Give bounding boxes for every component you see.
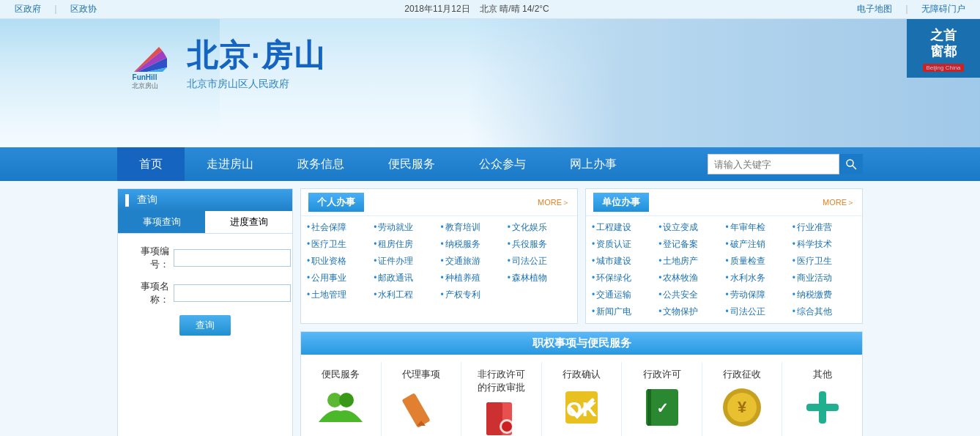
personal-service-item[interactable]: 租房住房	[372, 236, 439, 253]
unit-service-item[interactable]: 水利水务	[724, 270, 791, 287]
bottom-icon-item[interactable]: 便民服务	[301, 362, 382, 436]
weather-text: 北京 晴/晴 14/2°C	[480, 4, 549, 14]
personal-service-grid: 社会保障劳动就业教育培训文化娱乐医疗卫生租房住房纳税服务兵役服务职业资格证件办理…	[301, 216, 577, 306]
unit-service-item[interactable]: 城市建设	[590, 253, 657, 270]
personal-service-item[interactable]: 医疗卫生	[305, 236, 372, 253]
bottom-icon-item[interactable]: 代理事项	[382, 362, 462, 436]
site-title: 北京·房山	[187, 35, 326, 76]
unit-service-item[interactable]: 环保绿化	[590, 270, 657, 287]
personal-service-more[interactable]: MORE＞	[538, 197, 570, 208]
personal-service-item[interactable]: 产权专利	[439, 287, 506, 303]
personal-service-item[interactable]: 交通旅游	[439, 253, 506, 270]
site-subtitle: 北京市房山区人民政府	[187, 78, 326, 91]
field-input-name[interactable]	[174, 284, 291, 302]
unit-service-item[interactable]: 综合其他	[791, 303, 858, 320]
field-label-id: 事项编号：	[125, 245, 169, 271]
site-title-area: 北京·房山 北京市房山区人民政府	[187, 35, 326, 91]
nav-item-gov-info[interactable]: 政务信息	[275, 147, 366, 181]
unit-service-item[interactable]: 质量检查	[724, 253, 791, 270]
nav-item-online[interactable]: 网上办事	[548, 147, 639, 181]
svg-point-29	[339, 393, 354, 407]
query-title: 查询	[137, 193, 157, 207]
personal-service-item[interactable]: 公用事业	[305, 270, 372, 287]
personal-service-item[interactable]: 兵役服务	[506, 236, 573, 253]
unit-service-grid: 工程建设设立变成年审年检行业准营资质认证登记备案破产注销科学技术城市建设土地房产…	[586, 216, 862, 323]
unit-service-item[interactable]: 设立变成	[657, 219, 724, 236]
link-emap[interactable]: 电子地图	[857, 3, 892, 15]
search-button[interactable]	[839, 154, 863, 174]
top-bar: 区政府 ｜ 区政协 2018年11月12日 北京 晴/晴 14/2°C 电子地图…	[0, 0, 980, 19]
query-tab-progress[interactable]: 进度查询	[205, 211, 292, 233]
svg-rect-39	[647, 389, 651, 426]
unit-service-item[interactable]: 公共安全	[657, 287, 724, 303]
date-text: 2018年11月12日	[404, 4, 469, 14]
bottom-header: 职权事项与便民服务	[301, 332, 862, 355]
search-input[interactable]	[708, 154, 839, 174]
personal-service-title: 个人办事	[308, 193, 364, 212]
bottom-icon-label: 其他	[813, 368, 832, 381]
search-icon	[845, 158, 857, 170]
unit-service-item[interactable]: 纳税缴费	[791, 287, 858, 303]
nav-item-intro[interactable]: 走进房山	[185, 147, 275, 181]
unit-service-item[interactable]: 破产注销	[724, 236, 791, 253]
unit-service-item[interactable]: 商业活动	[791, 270, 858, 287]
personal-service-item[interactable]: 证件办理	[372, 253, 439, 270]
link-accessible[interactable]: 无障碍门户	[921, 3, 965, 15]
unit-service-item[interactable]: 工程建设	[590, 219, 657, 236]
unit-service-item[interactable]: 交通运输	[590, 287, 657, 303]
query-panel: ▌ 查询 事项查询 进度查询 事项编号： 事项名称： 查询	[117, 188, 293, 436]
personal-service-item[interactable]: 纳税服务	[439, 236, 506, 253]
logo-area: FunHill 北京房山 北京·房山 北京市房山区人民政府	[117, 34, 326, 92]
nav-item-home[interactable]: 首页	[117, 147, 185, 181]
unit-service-item[interactable]: 劳动保障	[724, 287, 791, 303]
unit-service-item[interactable]: 科学技术	[791, 236, 858, 253]
bottom-icon-image: ¥	[720, 385, 764, 432]
personal-service-item[interactable]: 土地管理	[305, 287, 372, 303]
svg-rect-30	[401, 393, 430, 428]
personal-service-item[interactable]: 社会保障	[305, 219, 372, 236]
query-tab-matters[interactable]: 事项查询	[118, 211, 205, 233]
unit-service-item[interactable]: 司法公正	[724, 303, 791, 320]
nav-bar: 首页 走进房山 政务信息 便民服务 公众参与 网上办事	[0, 147, 980, 181]
unit-service-item[interactable]: 农林牧渔	[657, 270, 724, 287]
personal-service-item[interactable]: 水利工程	[372, 287, 439, 303]
bottom-icon-item[interactable]: 非行政许可 的行政审批	[461, 362, 542, 436]
unit-service-item[interactable]: 土地房产	[657, 253, 724, 270]
bottom-icon-item[interactable]: 行政征收¥	[702, 362, 783, 436]
service-row: 个人办事 MORE＞ 社会保障劳动就业教育培训文化娱乐医疗卫生租房住房纳税服务兵…	[300, 188, 863, 324]
personal-service-item[interactable]: 邮政通讯	[372, 270, 439, 287]
query-form: 事项编号： 事项名称： 查询	[118, 234, 292, 347]
unit-service-item[interactable]: 医疗卫生	[791, 253, 858, 270]
corner-stamp-zh2: 窗都	[930, 44, 957, 60]
link-district-cppcc[interactable]: 区政协	[70, 3, 97, 15]
link-district-gov[interactable]: 区政府	[15, 3, 41, 15]
unit-service-item[interactable]: 资质认证	[590, 236, 657, 253]
bottom-icon-item[interactable]: 其他	[782, 362, 862, 436]
unit-service-item[interactable]: 年审年检	[724, 219, 791, 236]
funhill-fan-icon	[123, 35, 167, 72]
personal-service-item[interactable]: 种植养殖	[439, 270, 506, 287]
unit-service-item[interactable]: 行业准营	[791, 219, 858, 236]
personal-service-item[interactable]: 司法公正	[506, 253, 573, 270]
divider-2: ｜	[899, 3, 914, 15]
nav-item-service[interactable]: 便民服务	[366, 147, 457, 181]
bottom-icon-item[interactable]: 行政确认OK	[542, 362, 623, 436]
personal-service-item[interactable]: 文化娱乐	[506, 219, 573, 236]
personal-service-item[interactable]: 森林植物	[506, 270, 573, 287]
unit-service-more[interactable]: MORE＞	[823, 197, 855, 208]
unit-service-item[interactable]: 登记备案	[657, 236, 724, 253]
personal-service-item[interactable]: 职业资格	[305, 253, 372, 270]
unit-service-item[interactable]: 新闻广电	[590, 303, 657, 320]
main-content: ▌ 查询 事项查询 进度查询 事项编号： 事项名称： 查询 个人办事	[0, 181, 980, 436]
bottom-icons: 便民服务代理事项非行政许可 的行政审批行政确认OK行政许可✓行政征收¥其他	[301, 355, 862, 436]
unit-service-title: 单位办事	[593, 193, 649, 212]
bottom-icon-label: 便民服务	[322, 368, 360, 381]
field-input-id[interactable]	[174, 249, 291, 267]
bottom-icon-item[interactable]: 行政许可✓	[622, 362, 702, 436]
query-submit-button[interactable]: 查询	[179, 315, 231, 336]
personal-service-item[interactable]: 教育培训	[439, 219, 506, 236]
personal-service-item[interactable]: 劳动就业	[372, 219, 439, 236]
unit-service-item[interactable]: 文物保护	[657, 303, 724, 320]
field-label-name: 事项名称：	[125, 280, 169, 306]
nav-item-public[interactable]: 公众参与	[457, 147, 548, 181]
